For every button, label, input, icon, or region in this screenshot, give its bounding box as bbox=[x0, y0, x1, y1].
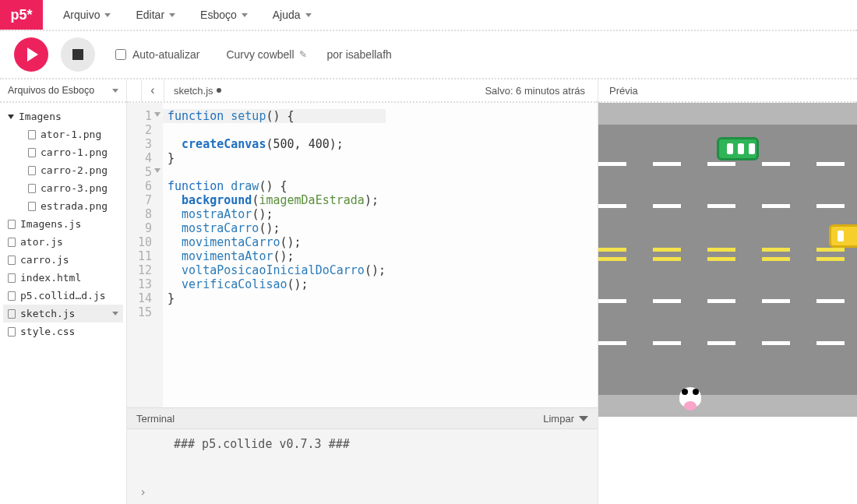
file-tree: Imagens ator-1.png carro-1.png carro-2.p… bbox=[0, 103, 126, 345]
preview-header: Prévia bbox=[598, 79, 857, 103]
chevron-down-icon bbox=[579, 416, 588, 421]
terminal-header[interactable]: Terminal Limpar bbox=[127, 407, 598, 429]
folder-open-icon bbox=[8, 115, 14, 119]
terminal-line: ### p5.collide v0.7.3 ### bbox=[174, 437, 590, 451]
editor-tab[interactable]: sketch.js bbox=[164, 85, 231, 97]
play-icon bbox=[27, 48, 38, 62]
code-editor[interactable]: 123456789101112131415 function setup() {… bbox=[127, 103, 598, 407]
file-item[interactable]: style.css bbox=[3, 322, 123, 340]
top-menu: Arquivo Editar Esboço Ajuda bbox=[43, 0, 323, 30]
file-item[interactable]: ator-1.png bbox=[3, 125, 123, 143]
file-item[interactable]: ator.js bbox=[3, 233, 123, 251]
unsaved-dot-icon bbox=[217, 88, 221, 93]
file-icon bbox=[28, 184, 36, 193]
file-icon bbox=[28, 148, 36, 157]
editor-header: ‹ sketch.js Salvo: 6 minutos atrás bbox=[127, 79, 598, 103]
collapse-sidebar-button[interactable]: ‹ bbox=[141, 79, 164, 102]
file-icon bbox=[8, 273, 16, 283]
terminal-clear-button[interactable]: Limpar bbox=[543, 413, 588, 425]
file-icon bbox=[8, 238, 16, 247]
caret-down-icon bbox=[112, 89, 118, 93]
folder-imagens[interactable]: Imagens bbox=[3, 107, 123, 125]
stop-button[interactable] bbox=[61, 37, 95, 72]
caret-down-icon bbox=[305, 13, 312, 17]
file-icon bbox=[8, 220, 16, 229]
menu-editar[interactable]: Editar bbox=[125, 4, 186, 26]
line-gutter: 123456789101112131415 bbox=[127, 103, 163, 407]
edit-icon: ✎ bbox=[299, 49, 307, 60]
file-item-active[interactable]: sketch.js bbox=[3, 305, 123, 322]
preview-canvas bbox=[598, 103, 857, 504]
caret-down-icon bbox=[104, 13, 111, 17]
file-icon bbox=[8, 327, 16, 337]
auto-refresh-checkbox[interactable] bbox=[115, 49, 126, 60]
auto-refresh-toggle[interactable]: Auto-atualizar bbox=[115, 48, 199, 61]
sketch-name[interactable]: Curvy cowbell ✎ bbox=[226, 48, 306, 61]
caret-down-icon bbox=[169, 13, 175, 17]
file-icon bbox=[28, 130, 36, 139]
terminal-prompt-icon: › bbox=[139, 485, 146, 499]
sketch-author: por isabellafh bbox=[327, 48, 392, 61]
toolbar: Auto-atualizar Curvy cowbell ✎ por isabe… bbox=[0, 31, 857, 79]
file-item[interactable]: estrada.png bbox=[3, 197, 123, 215]
terminal-title: Terminal bbox=[136, 413, 175, 425]
saved-status: Salvo: 6 minutos atrás bbox=[485, 85, 598, 97]
file-item[interactable]: Imagens.js bbox=[3, 215, 123, 233]
file-item[interactable]: carro-2.png bbox=[3, 161, 123, 179]
code-content[interactable]: function setup() { createCanvas(500, 400… bbox=[163, 103, 386, 407]
caret-down-icon bbox=[112, 312, 118, 315]
caret-down-icon bbox=[242, 13, 248, 17]
file-item[interactable]: p5.collid…d.js bbox=[3, 287, 123, 305]
logo[interactable]: p5* bbox=[0, 0, 43, 30]
run-button[interactable] bbox=[14, 37, 48, 72]
car-yellow-icon bbox=[829, 224, 857, 248]
car-green-icon bbox=[717, 137, 759, 160]
file-item[interactable]: carro.js bbox=[3, 251, 123, 269]
auto-refresh-label: Auto-atualizar bbox=[132, 48, 199, 61]
menu-arquivo[interactable]: Arquivo bbox=[52, 4, 122, 26]
file-icon bbox=[8, 256, 16, 265]
file-item[interactable]: index.html bbox=[3, 269, 123, 287]
menu-ajuda[interactable]: Ajuda bbox=[262, 4, 323, 26]
file-sidebar: Arquivos do Esboço Imagens ator-1.png ca… bbox=[0, 79, 126, 504]
file-item[interactable]: carro-3.png bbox=[3, 179, 123, 197]
terminal-output[interactable]: ### p5.collide v0.7.3 ### › bbox=[127, 429, 598, 504]
stop-icon bbox=[72, 49, 83, 60]
cow-sprite-icon bbox=[679, 387, 701, 407]
menu-esboco[interactable]: Esboço bbox=[189, 4, 259, 26]
sidebar-header[interactable]: Arquivos do Esboço bbox=[0, 79, 126, 103]
file-icon bbox=[8, 291, 16, 301]
file-icon bbox=[28, 202, 36, 211]
file-icon bbox=[28, 166, 36, 175]
file-item[interactable]: carro-1.png bbox=[3, 143, 123, 161]
file-icon bbox=[8, 309, 16, 319]
